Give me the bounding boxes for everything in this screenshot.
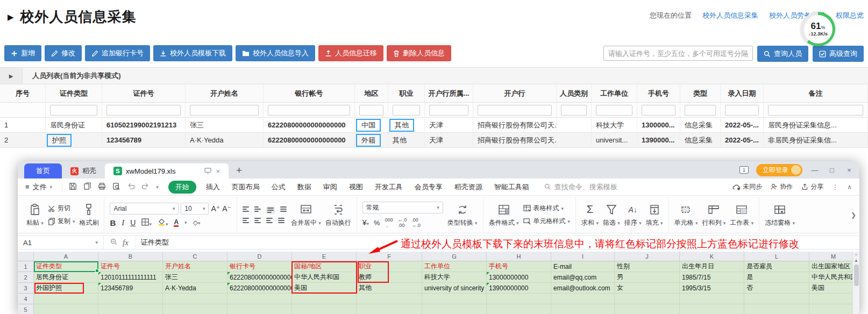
search-input[interactable] [603, 46, 753, 61]
close-window-icon[interactable]: × [844, 166, 854, 174]
column-header[interactable]: 手机号 [637, 84, 680, 103]
toolbar-button-4[interactable]: 校外人员信息导入 [236, 45, 315, 61]
sheet-cell[interactable]: 科技大学 [422, 272, 487, 283]
minimize-icon[interactable]: — [810, 166, 820, 174]
sheet-cell[interactable]: 1985/7/15 [680, 272, 744, 283]
column-letter[interactable]: H [487, 252, 551, 261]
more-icon[interactable]: ⋮ [832, 183, 838, 191]
sheet-cell[interactable]: 123456789 [98, 283, 163, 294]
file-menu[interactable]: ≡ 文件 ▾ [25, 182, 52, 192]
login-button[interactable]: 立即登录 [756, 164, 802, 176]
sheet-cell[interactable]: 银行卡号 [227, 261, 292, 272]
print-preview-icon[interactable] [112, 182, 120, 192]
filter-input[interactable] [561, 105, 587, 116]
menu-tab-1[interactable]: 页面布局 [232, 182, 260, 192]
freeze-panes-button[interactable]: 冻结窗格 ▾ [765, 203, 795, 227]
query-person-button[interactable]: 查询人员 [757, 46, 808, 62]
zoom-formula-icon[interactable] [110, 238, 117, 247]
sheet-cell[interactable]: 居民身份证 [34, 272, 98, 283]
sheet-cell[interactable]: 是 [744, 272, 809, 283]
eraser-icon[interactable]: ◇▾ [193, 219, 201, 226]
toolbar-button-1[interactable]: 修改 [45, 45, 82, 61]
sheet-cell[interactable]: 性别 [615, 261, 680, 272]
sheet-cell[interactable] [809, 294, 852, 304]
scroll-up-icon[interactable]: ▲ [854, 258, 858, 263]
sheet-cell[interactable] [551, 304, 615, 314]
column-letter[interactable]: J [615, 252, 680, 261]
breadcrumb-link-collect[interactable]: 校外人员信息采集 [702, 11, 758, 20]
sheet-cell[interactable]: A·K·Yedda [163, 283, 227, 294]
undo-icon[interactable] [127, 182, 135, 192]
align-middle-icon[interactable] [254, 206, 261, 214]
comma-style-icon[interactable]: 000 , [385, 217, 393, 228]
sheet-cell[interactable] [34, 294, 98, 304]
percent-icon[interactable]: % [374, 219, 380, 227]
column-letter[interactable]: M [809, 252, 852, 261]
sheet-cell[interactable] [34, 304, 98, 314]
align-center-icon[interactable] [254, 218, 261, 223]
column-header[interactable]: 证件类型 [46, 84, 102, 103]
row-number[interactable]: 1 [18, 261, 34, 272]
ribbon-scroll-right-icon[interactable]: ❯ [848, 198, 859, 232]
sheet-cell[interactable] [357, 294, 422, 304]
sheet-cell[interactable]: 中华人民共和国 [809, 272, 852, 283]
sheet-cell[interactable] [615, 294, 680, 304]
cell-name-box[interactable]: A1▾ [18, 236, 104, 249]
sheet-cell[interactable]: 张三 [163, 272, 227, 283]
filter-input[interactable] [190, 105, 259, 116]
table-style-button[interactable]: 表格样式▾ [523, 204, 571, 213]
sheet-cell[interactable]: 证件类型 [34, 261, 98, 272]
align-right-icon[interactable] [266, 218, 273, 223]
sheet-cell[interactable]: 13900000000 [487, 283, 551, 294]
filter-input[interactable] [393, 105, 420, 116]
column-header[interactable]: 开户行所属... [425, 84, 473, 103]
sheet-cell[interactable]: 是否雇员 [744, 261, 809, 272]
quick-access-dropdown-icon[interactable]: ▾ [156, 184, 159, 190]
rows-cols-button[interactable]: 行和列 ▾ [702, 203, 725, 227]
column-letter[interactable]: A [34, 252, 98, 261]
sheet-cell[interactable] [292, 294, 357, 304]
decrease-font-icon[interactable]: A⁻ [222, 204, 231, 213]
sheet-cell[interactable]: 其他 [357, 283, 422, 294]
sheet-cell[interactable]: 证件号 [98, 261, 163, 272]
sheet-cell[interactable]: 教师 [357, 272, 422, 283]
filter-input[interactable] [478, 105, 552, 116]
borders-icon[interactable]: ▾ [141, 218, 152, 227]
filter-input[interactable] [768, 105, 863, 116]
sheet-cell[interactable] [551, 294, 615, 304]
sheet-cell[interactable] [744, 304, 809, 314]
sheet-cell[interactable] [163, 294, 227, 304]
row-number[interactable]: 4 [18, 294, 34, 304]
column-header[interactable]: 职业 [388, 84, 425, 103]
column-header[interactable]: 人员类别 [557, 84, 592, 103]
sheet-cell[interactable] [163, 304, 227, 314]
save-icon[interactable] [69, 182, 77, 192]
number-format-select[interactable]: 常规▾ [362, 202, 443, 213]
tab-file-xwmodel[interactable]: S xwModel179.xls × [105, 163, 229, 179]
menu-tab-5[interactable]: 视图 [349, 182, 363, 192]
sheet-cell[interactable]: 工作单位 [422, 261, 487, 272]
fill-button[interactable]: 填充 ▾ [646, 203, 663, 227]
sheet-cell[interactable] [487, 294, 551, 304]
toolbar-button-3[interactable]: 校外人员模板下载 [153, 45, 232, 61]
column-header[interactable]: 开户行 [473, 84, 557, 103]
sheet-cell[interactable]: 中华人民共和国 [292, 272, 357, 283]
type-convert-button[interactable]: 类型转换 ▾ [447, 203, 478, 227]
column-header[interactable]: 银行帐号 [264, 84, 355, 103]
sheet-cell[interactable] [615, 304, 680, 314]
merge-center-button[interactable]: 合并居中 ▾ [291, 203, 321, 227]
paste-button[interactable]: 粘贴 ▾ [26, 203, 44, 227]
sheet-cell[interactable] [422, 294, 487, 304]
sheet-cell[interactable] [357, 304, 422, 314]
column-header[interactable]: 录入日期 [721, 84, 764, 103]
menu-search[interactable]: 查找命令、搜索模板 [544, 182, 617, 192]
workspace-icon[interactable]: 1 [739, 166, 749, 174]
breadcrumb-link-overview[interactable]: 权限总览 [836, 11, 864, 20]
sheet-cell[interactable]: 62220800000000000000 [227, 283, 292, 294]
sort-button[interactable]: A↓ 排序 ▾ [624, 203, 642, 227]
column-letter[interactable]: D [227, 252, 292, 261]
share-button[interactable]: 分享 [801, 182, 823, 191]
column-header[interactable]: 序号 [0, 84, 46, 103]
sheet-cell[interactable] [809, 304, 852, 314]
column-header[interactable]: 开户姓名 [186, 84, 264, 103]
